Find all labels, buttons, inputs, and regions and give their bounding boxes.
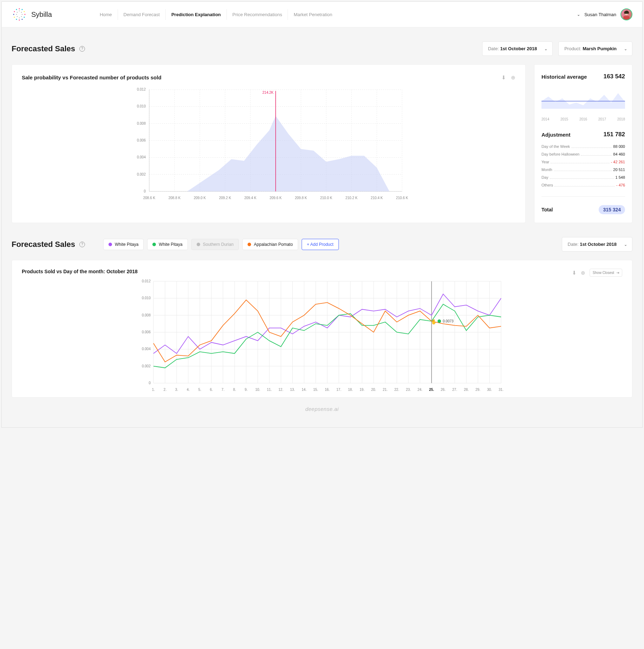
download-icon[interactable]: ⬇ xyxy=(572,270,577,276)
help-icon[interactable]: ? xyxy=(79,242,85,247)
chevron-down-icon: ⌄ xyxy=(624,242,627,247)
svg-text:12.: 12. xyxy=(278,388,283,392)
svg-text:208.6 K: 208.6 K xyxy=(143,196,156,200)
svg-text:21.: 21. xyxy=(383,388,388,392)
svg-text:4.: 4. xyxy=(187,388,190,392)
chart1-title: Sale probability vs Forecasted number of… xyxy=(22,74,515,80)
date-filter-2[interactable]: Date: 1st October 2018 ⌄ xyxy=(562,237,632,251)
svg-text:209.4 K: 209.4 K xyxy=(244,196,257,200)
svg-text:2.: 2. xyxy=(164,388,166,392)
svg-text:0.004: 0.004 xyxy=(137,155,146,159)
section2-header: Forecasted Sales ? White Pitaya White Pi… xyxy=(12,237,632,251)
legend-dot-icon xyxy=(248,243,251,246)
zoom-icon[interactable]: ⊕ xyxy=(581,270,585,276)
nav-demand-forecast[interactable]: Demand Forecast xyxy=(118,9,166,20)
svg-text:208.8 K: 208.8 K xyxy=(169,196,181,200)
svg-point-13 xyxy=(21,12,22,13)
sparkline-years: 2014 2015 2016 2017 2018 xyxy=(541,117,625,121)
legend-chip[interactable]: White Pitaya xyxy=(103,239,144,250)
svg-text:1.: 1. xyxy=(152,388,155,392)
svg-text:11.: 11. xyxy=(267,388,272,392)
chevron-down-icon: ⌄ xyxy=(544,46,547,51)
svg-text:✋: ✋ xyxy=(431,319,437,325)
add-product-button[interactable]: + Add Product xyxy=(302,239,339,250)
legend-chip[interactable]: Appalachian Pomato xyxy=(242,239,298,250)
chart2-title: Products Sold vs Day of the month: Octob… xyxy=(22,269,622,274)
chevron-down-icon: ⌄ xyxy=(577,12,580,17)
svg-text:209.2 K: 209.2 K xyxy=(219,196,231,200)
product-filter[interactable]: Product: Marsh Pumpkin ⌄ xyxy=(558,41,632,56)
svg-point-3 xyxy=(25,14,26,15)
svg-point-11 xyxy=(16,9,17,10)
svg-text:0.008: 0.008 xyxy=(142,313,151,317)
section2-title: Forecasted Sales xyxy=(12,240,75,249)
nav-market-penetration[interactable]: Market Penetration xyxy=(288,9,338,20)
svg-point-14 xyxy=(22,14,22,15)
svg-point-10 xyxy=(14,11,15,12)
svg-text:0.008: 0.008 xyxy=(137,122,146,125)
brand[interactable]: Sybilla xyxy=(12,7,52,22)
brand-name: Sybilla xyxy=(31,11,52,19)
svg-text:8.: 8. xyxy=(233,388,236,392)
svg-text:5.: 5. xyxy=(198,388,201,392)
svg-text:0: 0 xyxy=(149,381,151,385)
adjustment-row: Day of the Week88 000 xyxy=(541,144,625,149)
svg-text:0.002: 0.002 xyxy=(142,364,151,368)
section1-title: Forecasted Sales xyxy=(12,44,75,53)
svg-text:0.010: 0.010 xyxy=(137,104,146,108)
svg-text:0.0073: 0.0073 xyxy=(443,319,454,323)
svg-text:210.2 K: 210.2 K xyxy=(346,196,358,200)
svg-text:13.: 13. xyxy=(290,388,295,392)
legend-dot-icon xyxy=(109,243,112,246)
hist-sparkline xyxy=(541,88,625,109)
nav-home[interactable]: Home xyxy=(94,9,118,20)
svg-text:17.: 17. xyxy=(336,388,341,392)
adjustment-row: Others- 476 xyxy=(541,183,625,187)
legend-dot-icon xyxy=(152,243,156,246)
svg-point-8 xyxy=(14,17,15,18)
adjustment-list: Day of the Week88 000Day before Hallowee… xyxy=(541,144,625,187)
download-icon[interactable]: ⬇ xyxy=(501,74,506,81)
nav-price-recommendations[interactable]: Price Recommendations xyxy=(227,9,288,20)
arrows-icon: ⇥ xyxy=(616,271,619,275)
zoom-icon[interactable]: ⊕ xyxy=(511,74,515,81)
legend-chip[interactable]: White Pitaya xyxy=(147,239,188,250)
user-menu[interactable]: ⌄ Susan Thalman xyxy=(577,8,632,20)
adjustment-row: Day before Halloween84 460 xyxy=(541,152,625,156)
nav-prediction-explanation[interactable]: Prediction Explanation xyxy=(166,9,227,20)
svg-text:0.002: 0.002 xyxy=(137,172,146,176)
date-filter-label: Date: xyxy=(488,46,499,51)
svg-text:27.: 27. xyxy=(452,388,457,392)
svg-text:210.6 K: 210.6 K xyxy=(396,196,408,200)
date-filter[interactable]: Date: 1st October 2018 ⌄ xyxy=(482,41,553,56)
svg-text:210.4 K: 210.4 K xyxy=(371,196,383,200)
avatar xyxy=(620,8,632,20)
svg-point-2 xyxy=(24,11,25,12)
svg-point-6 xyxy=(19,20,20,21)
hist-avg-value: 163 542 xyxy=(604,73,625,80)
help-icon[interactable]: ? xyxy=(79,46,85,52)
logo-icon xyxy=(12,7,27,22)
main-nav: Home Demand Forecast Prediction Explanat… xyxy=(94,9,338,20)
chart1[interactable]: 00.0020.0040.0060.0080.0100.012208.6 K20… xyxy=(22,86,515,205)
legend-dot-icon xyxy=(197,243,200,246)
chart2[interactable]: 00.0020.0040.0060.0080.0100.0121.2.3.4.5… xyxy=(22,278,622,397)
svg-point-4 xyxy=(24,17,25,18)
svg-text:9.: 9. xyxy=(245,388,248,392)
svg-text:30.: 30. xyxy=(487,388,492,392)
svg-text:28.: 28. xyxy=(464,388,469,392)
timeseries-chart-card: ⬇ ⊕ Show Closest ⇥ Products Sold vs Day … xyxy=(12,260,632,398)
svg-text:3.: 3. xyxy=(175,388,178,392)
svg-point-15 xyxy=(21,16,22,17)
svg-text:10.: 10. xyxy=(255,388,260,392)
svg-text:0.006: 0.006 xyxy=(137,138,146,142)
svg-text:214.2K: 214.2K xyxy=(262,91,274,94)
svg-text:7.: 7. xyxy=(222,388,224,392)
show-closest-button[interactable]: Show Closest ⇥ xyxy=(590,269,622,277)
svg-point-9 xyxy=(13,14,14,15)
svg-text:6.: 6. xyxy=(210,388,213,392)
legend-chip[interactable]: Southern Durian xyxy=(191,239,239,250)
svg-text:209.6 K: 209.6 K xyxy=(270,196,282,200)
svg-text:210.0 K: 210.0 K xyxy=(320,196,333,200)
date-filter-value: 1st October 2018 xyxy=(500,46,537,51)
